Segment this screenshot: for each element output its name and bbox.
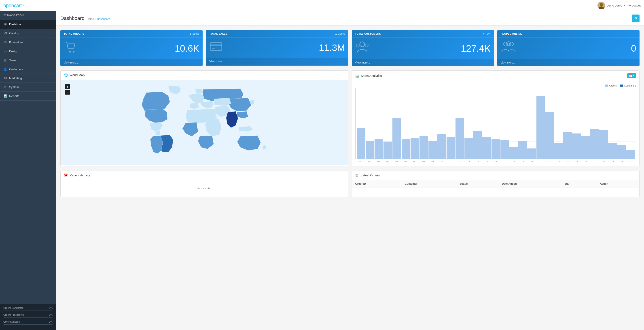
svg-rect-5 bbox=[210, 43, 222, 50]
legend-orders: Orders bbox=[605, 84, 617, 87]
cart-icon bbox=[64, 41, 77, 56]
sidebar-item-system[interactable]: ⚙ System › bbox=[0, 83, 56, 92]
bar-17 bbox=[500, 140, 509, 159]
legend-customers: Customers bbox=[620, 84, 636, 87]
bar-6 bbox=[402, 139, 410, 159]
map-controls: + − bbox=[65, 84, 70, 94]
sidebar: ☰ NAVIGATION ⊞ Dashboard 🏷 Catalog › ⧉ E… bbox=[0, 11, 56, 330]
sidebar-item-reports[interactable]: 📊 Reports › bbox=[0, 92, 56, 100]
calendar-icon: 📅 bbox=[64, 174, 68, 177]
bar-27 bbox=[590, 129, 599, 159]
svg-point-8 bbox=[360, 42, 365, 47]
svg-rect-6 bbox=[210, 44, 222, 46]
latest-orders-body: Order ID Customer Status Date Added Tota… bbox=[352, 180, 640, 188]
catalog-icon: 🏷 bbox=[3, 32, 8, 35]
sidebar-item-customers[interactable]: 👤 Customers › bbox=[0, 65, 56, 74]
stat-card-value: 127.4K bbox=[461, 43, 490, 54]
bar-15 bbox=[482, 137, 491, 159]
stat-badge: ▼ -2% bbox=[482, 32, 490, 35]
map-zoom-in[interactable]: + bbox=[65, 84, 70, 89]
world-map-panel: 🌐 World Map + − bbox=[60, 70, 348, 166]
stat-other-statuses: Other Statuses 0% bbox=[3, 320, 52, 323]
chevron-right-icon: › bbox=[52, 95, 52, 98]
bar-13 bbox=[464, 138, 473, 159]
logout-button[interactable]: ↪ Logout bbox=[628, 4, 641, 7]
credit-card-icon bbox=[209, 41, 223, 55]
col-status: Status bbox=[456, 180, 499, 188]
bar-23 bbox=[554, 143, 563, 159]
design-icon: ▭ bbox=[3, 50, 8, 53]
nav-heading: ☰ NAVIGATION bbox=[0, 11, 56, 20]
sidebar-item-catalog[interactable]: 🏷 Catalog › bbox=[0, 29, 56, 38]
world-map-title: World Map bbox=[70, 73, 84, 77]
latest-orders-header: 🛒 Latest Orders bbox=[352, 171, 640, 180]
recent-activity-panel: 📅 Recent Activity No results! bbox=[60, 170, 348, 197]
sidebar-item-sales[interactable]: 🛒 Sales › bbox=[0, 56, 56, 65]
bar-31 bbox=[626, 150, 635, 159]
user-menu[interactable]: demo demo ▾ bbox=[598, 2, 625, 10]
stat-card-view-more[interactable]: View more... bbox=[206, 58, 348, 65]
chart-legend: Orders Customers bbox=[355, 84, 636, 87]
stat-card-view-more[interactable]: View more... bbox=[352, 59, 494, 66]
calendar-button[interactable]: 📅 ▾ bbox=[627, 73, 636, 78]
stat-card-title: TOTAL ORDERS bbox=[64, 32, 84, 35]
page-title: Dashboard bbox=[60, 16, 84, 21]
breadcrumb-separator: › bbox=[95, 18, 96, 20]
svg-point-3 bbox=[69, 51, 71, 52]
chart-bar-icon: 📊 bbox=[355, 74, 359, 78]
map-zoom-out[interactable]: − bbox=[65, 90, 70, 94]
top-header: opencart ··· demo demo ▾ ↪ Logout bbox=[0, 0, 644, 11]
stat-bar-other-statuses bbox=[3, 324, 52, 325]
stat-card-view-more[interactable]: View more... bbox=[497, 59, 640, 66]
page-header: Dashboard Home › Dashboard ⚙ bbox=[56, 11, 644, 26]
world-map-container: + − bbox=[60, 80, 348, 165]
page-title-area: Dashboard Home › Dashboard bbox=[60, 16, 110, 21]
page-header-actions: ⚙ bbox=[632, 14, 640, 22]
app-layout: ☰ NAVIGATION ⊞ Dashboard 🏷 Catalog › ⧉ E… bbox=[0, 11, 644, 330]
stat-cards: TOTAL ORDERS ▲ 100% 10.6K bbox=[60, 30, 640, 66]
shopping-cart-icon: 🛒 bbox=[355, 174, 359, 177]
orders-table: Order ID Customer Status Date Added Tota… bbox=[352, 180, 640, 188]
bar-2 bbox=[366, 141, 374, 159]
sidebar-item-extensions[interactable]: ⧉ Extensions › bbox=[0, 38, 56, 47]
content-area: TOTAL ORDERS ▲ 100% 10.6K bbox=[56, 26, 644, 202]
settings-button[interactable]: ⚙ bbox=[632, 14, 640, 22]
bar-9 bbox=[428, 141, 437, 159]
stat-card-total-sales: TOTAL SALES ▲ 100% 11.3M V bbox=[206, 30, 348, 66]
main-content: Dashboard Home › Dashboard ⚙ TOTAL ORDER… bbox=[56, 11, 644, 330]
bar-chart: Orders Customers 0100200300400 bbox=[355, 84, 636, 162]
bar-29 bbox=[608, 143, 617, 159]
chevron-down-icon: ▾ bbox=[624, 4, 625, 7]
sales-analytics-header: 📊 Sales Analytics 📅 ▾ bbox=[352, 71, 640, 81]
legend-customers-color bbox=[620, 84, 623, 87]
svg-point-13 bbox=[506, 42, 510, 46]
sidebar-item-design[interactable]: ▭ Design › bbox=[0, 47, 56, 56]
bar-11 bbox=[446, 137, 455, 159]
bar-10 bbox=[438, 134, 446, 159]
sales-analytics-title: Sales Analytics bbox=[361, 74, 382, 78]
sidebar-item-dashboard[interactable]: ⊞ Dashboard bbox=[0, 20, 56, 29]
stat-card-total-customers: TOTAL CUSTOMERS ▼ -2% 127.4K bbox=[352, 30, 494, 66]
stat-card-view-more[interactable]: View more... bbox=[60, 59, 202, 66]
menu-icon: ☰ bbox=[3, 14, 6, 17]
bar-14 bbox=[474, 131, 482, 159]
user-name: demo demo bbox=[607, 4, 622, 7]
svg-point-10 bbox=[365, 44, 368, 47]
stat-orders-processing: Orders Processing 0% bbox=[3, 314, 52, 316]
sales-icon: 🛒 bbox=[3, 58, 8, 62]
bar-21 bbox=[536, 96, 545, 159]
users-icon bbox=[355, 41, 370, 56]
stat-card-value: 10.6K bbox=[175, 43, 199, 54]
chevron-right-icon: › bbox=[52, 50, 52, 53]
sales-analytics-panel: 📊 Sales Analytics 📅 ▾ Order bbox=[352, 70, 640, 166]
sidebar-item-marketing[interactable]: ⋈ Marketing › bbox=[0, 74, 56, 83]
stat-card-title: TOTAL SALES bbox=[209, 32, 228, 35]
x-axis-labels: 0102030405060708091011121314151617181920… bbox=[355, 160, 636, 162]
logo: opencart ··· bbox=[3, 3, 26, 8]
sidebar-stats: Orders Completed 0% Orders Processing 0%… bbox=[0, 304, 56, 330]
latest-orders-panel: 🛒 Latest Orders Order ID Customer Status bbox=[352, 170, 640, 197]
bar-26 bbox=[582, 136, 590, 159]
chart-container: Orders Customers 0100200300400 bbox=[352, 81, 640, 166]
recent-activity-header: 📅 Recent Activity bbox=[60, 171, 348, 180]
bars-container bbox=[356, 88, 636, 159]
